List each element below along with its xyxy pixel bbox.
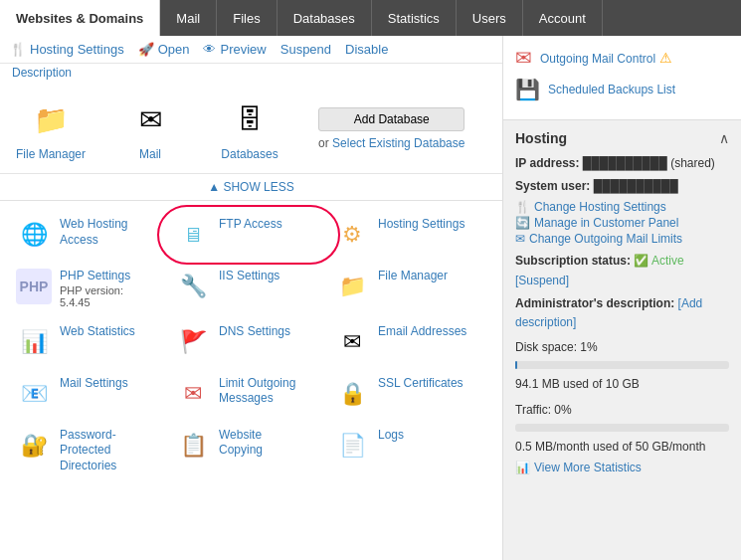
left-panel: 🍴 Hosting Settings 🚀 Open 👁 Preview Susp… [0,36,502,560]
web-statistics-icon: 📊 [16,324,52,360]
web-statistics-label: Web Statistics [60,324,135,340]
php-settings-item[interactable]: PHP PHP Settings PHP version:5.4.45 [10,265,169,312]
grid-row-3: 📊 Web Statistics 🚩 DNS Settings ✉ Email … [10,316,492,368]
email-addresses-item[interactable]: ✉ Email Addresses [328,320,487,364]
quick-file-manager[interactable]: 📁 File Manager [16,95,86,161]
outgoing-mail-control-item[interactable]: ✉ Outgoing Mail Control ⚠ [515,46,729,70]
mail-settings-icon: 📧 [16,376,52,412]
grid-row-5: 🔐 Password-Protected Directories 📋 Websi… [10,420,492,482]
traffic-section: Traffic: 0% 0.5 MB/month used of 50 GB/m… [515,401,729,457]
traffic-usage-text: 0.5 MB/month used of 50 GB/month [515,438,729,457]
ssl-certificates-item[interactable]: 🔒 SSL Certificates [328,372,487,416]
quick-mail[interactable]: ✉ Mail [115,95,185,161]
open-toolbar[interactable]: 🚀 Open [138,42,190,57]
databases-label: Databases [221,147,278,161]
preview-icon: 👁 [203,42,216,57]
dns-settings-label: DNS Settings [219,324,290,340]
website-copying-icon: 📋 [175,428,211,464]
select-existing-database-link[interactable]: Select Existing Database [332,136,464,150]
quick-icons-row: 📁 File Manager ✉ Mail 🗄 Databases Add Da… [0,84,502,174]
nav-statistics[interactable]: Statistics [372,0,457,36]
website-copying-item[interactable]: 📋 WebsiteCopying [169,424,328,467]
change-outgoing-mail-link[interactable]: ✉ Change Outgoing Mail Limits [515,232,729,246]
password-directories-item[interactable]: 🔐 Password-Protected Directories [10,424,169,478]
nav-websites-domains[interactable]: Websites & Domains [0,0,160,36]
add-database-button[interactable]: Add Database [318,107,464,131]
preview-toolbar[interactable]: 👁 Preview [203,42,266,57]
password-directories-icon: 🔐 [16,428,52,464]
mail-label: Mail [139,147,161,161]
dns-settings-icon: 🚩 [175,324,211,360]
ssl-certificates-label: SSL Certificates [378,376,463,392]
suspend-toolbar[interactable]: Suspend [280,42,331,57]
nav-files[interactable]: Files [217,0,277,36]
logs-item[interactable]: 📄 Logs [328,424,487,467]
hosting-header: Hosting ∧ [515,130,729,146]
system-user-value: ██████████ [594,179,678,193]
change-hosting-settings-link[interactable]: 🍴 Change Hosting Settings [515,200,729,214]
hosting-settings-item-label: Hosting Settings [378,217,464,233]
databases-icon: 🗄 [226,95,274,143]
top-navigation: Websites & Domains Mail Files Databases … [0,0,741,36]
web-statistics-item[interactable]: 📊 Web Statistics [10,320,169,364]
manage-customer-icon: 🔄 [515,216,530,230]
ftp-access-icon: 🖥 [175,217,211,253]
php-version: PHP version:5.4.45 [60,284,130,308]
file-manager-2-label: File Manager [378,269,448,284]
web-hosting-access-icon: 🌐 [16,217,52,253]
suspend-link[interactable]: [Suspend] [515,274,569,287]
logs-icon: 📄 [334,428,370,464]
suspend-label: Suspend [280,42,331,57]
nav-mail[interactable]: Mail [160,0,217,36]
outgoing-mail-label: Outgoing Mail Control [540,52,655,66]
admin-description: Administrator's description: [Add descri… [515,294,729,332]
iis-settings-item[interactable]: 🔧 IIS Settings [169,265,328,308]
disk-progress-track [515,361,729,369]
open-icon: 🚀 [138,42,154,57]
change-outgoing-icon: ✉ [515,232,525,246]
hosting-settings-toolbar[interactable]: 🍴 Hosting Settings [10,42,124,57]
web-hosting-access-item[interactable]: 🌐 Web HostingAccess [10,213,169,257]
logs-label: Logs [378,428,404,444]
grid-row-1: 🌐 Web HostingAccess 🖥 FTP Access ⚙ Hosti [10,209,492,261]
feature-grid: 🌐 Web HostingAccess 🖥 FTP Access ⚙ Hosti [0,201,502,489]
email-addresses-label: Email Addresses [378,324,466,340]
php-settings-icon: PHP [16,269,52,304]
hosting-settings-item[interactable]: ⚙ Hosting Settings [328,213,487,257]
hosting-collapse-icon[interactable]: ∧ [719,130,729,146]
website-copying-label: WebsiteCopying [219,428,263,459]
disable-toolbar[interactable]: Disable [345,42,388,57]
dns-settings-item[interactable]: 🚩 DNS Settings [169,320,328,364]
hosting-section: Hosting ∧ IP address: ██████████ (shared… [503,120,741,484]
scheduled-backups-item[interactable]: 💾 Scheduled Backups List [515,78,729,101]
manage-customer-panel-link[interactable]: 🔄 Manage in Customer Panel [515,216,729,230]
outgoing-mail-warn-icon: ⚠ [659,50,672,66]
file-manager-2-item[interactable]: 📁 File Manager [328,265,487,308]
open-label: Open [158,42,190,57]
hosting-settings-item-icon: ⚙ [334,217,370,253]
nav-users[interactable]: Users [457,0,523,36]
or-select-db: or Select Existing Database [318,136,464,150]
mail-settings-item[interactable]: 📧 Mail Settings [10,372,169,416]
file-manager-2-icon: 📁 [334,269,370,304]
description-link[interactable]: Description [0,64,502,84]
disk-usage-text: 94.1 MB used of 10 GB [515,375,729,394]
hosting-title: Hosting [515,130,567,146]
view-more-statistics-link[interactable]: 📊 View More Statistics [515,461,729,474]
disk-progress-bar [515,361,517,369]
file-manager-label: File Manager [16,147,86,161]
disk-label: Disk space: 1% [515,338,729,357]
nav-account[interactable]: Account [523,0,603,36]
traffic-label: Traffic: 0% [515,401,729,420]
nav-databases[interactable]: Databases [278,0,372,36]
ftp-access-item[interactable]: 🖥 FTP Access [169,213,328,257]
quick-databases[interactable]: 🗄 Databases [215,95,284,161]
iis-settings-icon: 🔧 [175,269,211,304]
hosting-system-user: System user: ██████████ [515,177,729,196]
disk-space-section: Disk space: 1% 94.1 MB used of 10 GB [515,338,729,394]
limit-outgoing-item[interactable]: ✉ Limit OutgoingMessages [169,372,328,416]
show-less-button[interactable]: ▲ SHOW LESS [0,174,502,201]
email-addresses-icon: ✉ [334,324,370,360]
preview-label: Preview [220,42,266,57]
scheduled-backups-label: Scheduled Backups List [548,83,675,96]
